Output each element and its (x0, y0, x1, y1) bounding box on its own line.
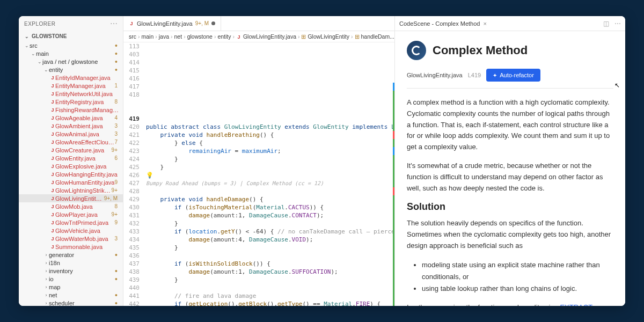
code-content[interactable]: public abstract class GlowLivingEntity e… (144, 42, 394, 306)
code-line[interactable]: damage(amount:1, DamageCause.SUFFOCATION… (144, 268, 394, 276)
file-item[interactable]: JGlowMob.java8 (19, 202, 123, 210)
panel-tab[interactable]: CodeScene - Complex Method × (399, 20, 487, 27)
change-badge: 8 (114, 203, 120, 209)
editor-tab[interactable]: J GlowLivingEntity.java 9+, M (123, 16, 221, 31)
code-line[interactable]: if (isWithinSolidBlock()) { (144, 260, 394, 268)
code-line[interactable] (144, 284, 394, 292)
file-item[interactable]: JGlowLivingEntity.java9+, M (19, 194, 123, 202)
project-root[interactable]: ⌄ GLOWSTONE (19, 31, 123, 41)
folder-item[interactable]: ⌄entity• (19, 65, 123, 74)
code-line[interactable]: // fire and lava damage (144, 292, 394, 300)
breadcrumb-segment[interactable]: java (159, 33, 169, 40)
code-line[interactable]: private void handleBreathing() { (144, 131, 394, 139)
breadcrumb-segment[interactable]: src (129, 33, 136, 40)
chevron-icon: › (43, 268, 49, 274)
breadcrumb-segment[interactable]: GlowLivingEntity.java (243, 33, 296, 40)
java-file-icon: J (129, 21, 134, 26)
tree-label: GlowAgeable.java (55, 115, 114, 121)
code-line[interactable]: } (144, 163, 394, 171)
file-item[interactable]: JGlowAmbient.java3 (19, 122, 123, 130)
file-item[interactable]: JGlowAgeable.java4 (19, 114, 123, 122)
code-line[interactable]: } (144, 244, 394, 252)
editor-tab-bar: J GlowLivingEntity.java 9+, M (123, 16, 394, 31)
breadcrumb-segment[interactable]: net (174, 33, 182, 40)
code-line[interactable] (144, 252, 394, 260)
bullet-item: modeling state using an explicit state m… (422, 259, 613, 283)
java-file-icon: J (50, 164, 55, 169)
code-line[interactable]: private void handleDamage() { (144, 195, 394, 203)
file-item[interactable]: JEntityIdManager.java (19, 74, 123, 82)
breadcrumb-segment[interactable]: glowstone (187, 33, 213, 40)
file-item[interactable]: JEntityManager.java1 (19, 82, 123, 90)
columns-icon[interactable]: ◫ (603, 20, 609, 27)
breadcrumb-segment[interactable]: entity (217, 33, 231, 40)
folder-item[interactable]: ⌄src• (19, 41, 123, 49)
file-item[interactable]: JGlowTntPrimed.java9 (19, 218, 123, 226)
folder-item[interactable]: ›generator• (19, 251, 123, 259)
folder-item[interactable]: ›i18n (19, 259, 123, 267)
code-line[interactable]: 💡 (144, 171, 394, 179)
folder-item[interactable]: ⌄java / net / glowstone• (19, 57, 123, 65)
file-item[interactable]: JGlowHumanEntity.java9 (19, 178, 123, 186)
chevron-icon: › (43, 276, 49, 282)
code-line[interactable]: damage(amount:1, DamageCause.CONTACT); (144, 211, 394, 219)
chevron-icon: › (43, 301, 49, 306)
folder-item[interactable]: ›net• (19, 291, 123, 299)
file-item[interactable]: JGlowExplosive.java (19, 162, 123, 170)
java-file-icon: J (50, 156, 55, 161)
tree-label: inventory (49, 268, 115, 274)
file-item[interactable]: JGlowLightningStrike.java9+ (19, 186, 123, 194)
breadcrumb[interactable]: src›main›java›net›glowstone›entity›J Glo… (123, 31, 394, 42)
sparkle-icon: ✦ (493, 72, 497, 78)
file-item[interactable]: JGlowWaterMob.java3 (19, 235, 123, 243)
folder-item[interactable]: ›map (19, 283, 123, 291)
explorer-more-icon[interactable]: ⋯ (110, 19, 118, 28)
project-label: GLOWSTONE (32, 33, 67, 39)
code-line[interactable]: if (location.getY() < -64) { // no canTa… (144, 228, 394, 236)
file-item[interactable]: JGlowVehicle.java (19, 226, 123, 235)
code-line[interactable]: remainingAir = maximumAir; (144, 147, 394, 155)
tree-label: Summonable.java (55, 244, 120, 250)
close-icon[interactable]: × (483, 20, 486, 27)
panel-paragraph: In other scenarios, the function can be … (407, 302, 613, 306)
tree-label: java / net / glowstone (42, 58, 115, 65)
breadcrumb-segment[interactable]: handleDam... (361, 33, 394, 40)
code-area[interactable]: 1134034144154164174184194204214224234244… (123, 42, 394, 306)
panel-more-icon[interactable]: ⋯ (614, 20, 621, 27)
change-badge: 9 (114, 219, 120, 225)
code-line[interactable]: } (144, 276, 394, 284)
java-file-icon: J (50, 140, 55, 145)
file-item[interactable]: JGlowPlayer.java9+ (19, 210, 123, 218)
code-line[interactable]: public abstract class GlowLivingEntity e… (144, 123, 394, 131)
folder-item[interactable]: ›inventory• (19, 267, 123, 275)
file-item[interactable]: JGlowAreaEffectCloud.java7 (19, 138, 123, 146)
code-line[interactable]: } else { (144, 139, 394, 147)
code-line[interactable] (144, 187, 394, 195)
code-line[interactable]: } (144, 219, 394, 228)
code-line[interactable]: if (isTouchingMaterial(Material.CACTUS))… (144, 203, 394, 211)
java-file-icon: J (50, 244, 55, 250)
folder-item[interactable]: ⌄main• (19, 49, 123, 57)
breadcrumb-segment[interactable]: main (142, 33, 154, 40)
file-item[interactable]: JSummonable.java (19, 243, 123, 251)
file-item[interactable]: JEntityRegistry.java8 (19, 98, 123, 106)
code-line[interactable]: } (144, 155, 394, 163)
file-item[interactable]: JGlowHangingEntity.java (19, 170, 123, 178)
tree-label: GlowAreaEffectCloud.java (55, 139, 114, 145)
file-item[interactable]: JEntityNetworkUtil.java (19, 90, 123, 98)
code-line[interactable]: if (getLocation().getBlock().getType() =… (144, 300, 394, 306)
auto-refactor-button[interactable]: ✦ Auto-refactor (486, 69, 540, 82)
code-line[interactable]: damage(amount:4, DamageCause.VOID); (144, 236, 394, 244)
folder-item[interactable]: ›scheduler• (19, 299, 123, 306)
file-item[interactable]: JGlowAnimal.java3 (19, 130, 123, 138)
folder-item[interactable]: ›io• (19, 275, 123, 283)
java-file-icon: J (50, 180, 55, 185)
breadcrumb-segment[interactable]: GlowLivingEntity (308, 33, 349, 40)
tree-label: EntityRegistry.java (55, 99, 114, 105)
file-item[interactable]: JGlowEntity.java6 (19, 154, 123, 162)
cursor-icon: ↖ (614, 82, 620, 89)
file-tree: ⌄src•⌄main•⌄java / net / glowstone•⌄enti… (19, 41, 123, 306)
chevron-icon: ⌄ (37, 59, 42, 64)
file-item[interactable]: JGlowCreature.java9+ (19, 146, 123, 154)
file-item[interactable]: JFishingRewardManager.java (19, 106, 123, 114)
